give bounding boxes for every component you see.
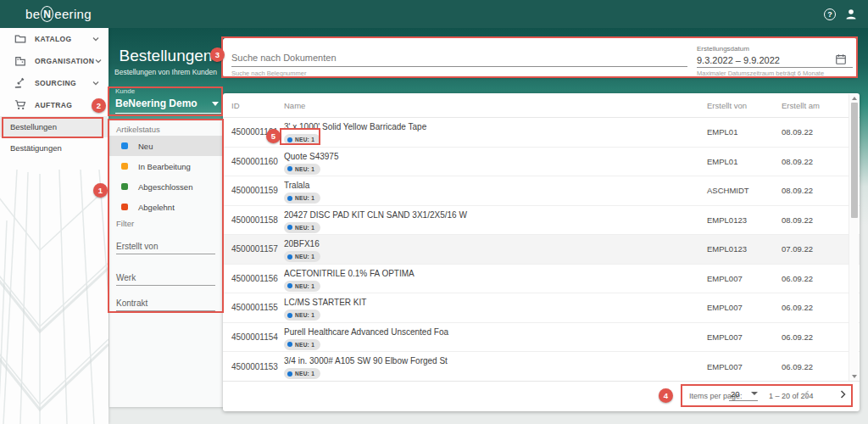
neu-dot-icon [287,371,292,377]
sidebar-item-organisation[interactable]: ORGANISATION [0,50,108,72]
page-subtitle: Bestellungen von Ihrem Kunden [108,68,223,76]
order-name: ACETONITRILE 0.1% FA OPTIMA [284,269,415,278]
page-header: Bestellungen Bestellungen von Ihrem Kund… [108,28,223,76]
gavel-icon [14,77,26,89]
customer-value: BeNeering Demo [115,98,198,109]
neu-dot-icon [287,225,292,230]
col-name: Name [284,101,707,110]
order-name: 20BFX16 [284,239,320,248]
page-title: Bestellungen [108,47,223,65]
search-card: Suche nach Dokumenten Suche nach Belegnu… [223,38,857,77]
date-range-hint: Maximaler Datumszeitraum beträgt 6 Monat… [697,70,824,77]
status-badge: NEU: 1 [284,339,320,350]
neu-dot-icon [287,196,292,201]
logo-text-pre: be [25,7,40,21]
status-badge: NEU: 1 [284,368,320,379]
filter-input-erstellt-von[interactable]: Erstellt von [116,242,215,254]
status-badge: NEU: 1 [284,310,320,321]
order-name: Purell Healthcare Advanced Unscented Foa [284,327,448,337]
status-item-abgelehnt[interactable]: Abgelehnt [109,197,223,217]
neu-dot-icon [287,342,292,347]
scroll-down-icon[interactable] [849,372,860,381]
status-badge: NEU: 1 [284,164,320,175]
chevron-up-icon [92,101,100,109]
status-item-abgeschlossen[interactable]: Abgeschlossen [109,176,223,197]
search-input[interactable]: Suche nach Dokumenten [231,53,337,63]
status-dot-green [121,183,128,190]
chevron-down-icon [92,79,100,87]
beneering-logo: be N eering [25,0,92,28]
sidebar: KATALOG ORGANISATION SOURCING [0,28,108,424]
table-row[interactable]: 4500001153 3/4 in. 3000# A105 SW 90 Elbo… [223,352,860,382]
status-panel-title: Artikelstatus [116,125,160,134]
status-badge: NEU: 1 [284,281,320,292]
filter-input-werk[interactable]: Werk [116,273,215,286]
status-dot-blue [121,142,128,149]
search-hint: Suche nach Belegnummer [231,70,306,77]
select-caret-icon [751,392,758,395]
neu-dot-icon [287,283,292,288]
previous-page-icon[interactable] [799,387,815,402]
scroll-up-icon[interactable] [849,94,860,103]
order-name: 20427 DISC PAD KIT CLN SAND 3X1/2X5/16 W [284,210,467,220]
user-account-icon[interactable] [844,8,858,21]
building-icon [14,55,26,67]
table-scrollbar[interactable] [849,94,859,381]
calendar-icon[interactable] [835,53,847,65]
sidebar-item-katalog[interactable]: KATALOG [0,28,108,50]
table-row[interactable]: 4500001154 Purell Healthcare Advanced Un… [223,323,860,353]
order-name: 3' x 1000' Solid Yellow Barricade Tape [284,122,426,131]
order-name: LC/MS STARTER KIT [284,298,366,307]
status-item-in-bearbeitung[interactable]: In Bearbeitung [109,156,223,176]
status-badge: NEU: 1 [284,222,320,233]
filter-input-kontrakt[interactable]: Kontrakt [116,298,215,311]
pagination-bar: Items per page: 20 1 – 20 of 204 [223,381,860,410]
sidebar-item-bestaetigungen[interactable]: Bestätigungen [0,137,108,159]
next-page-icon[interactable] [835,387,850,402]
status-badge: NEU: 1 [284,192,320,204]
neu-dot-icon [287,137,292,142]
table-row[interactable]: 4500001158 20427 DISC PAD KIT CLN SAND 3… [223,206,860,236]
main-content: Bestellungen Bestellungen von Ihrem Kund… [108,28,868,424]
customer-label: Kunde [115,87,222,95]
order-name: Tralala [284,181,309,190]
date-range-label: Erstellungsdatum [697,45,749,53]
logo-n-emblem: N [41,6,53,22]
status-dot-orange [121,163,128,170]
order-name: Quote S43975 [284,152,339,161]
orders-table: ID Name Erstellt von Erstellt am 4500001… [223,93,860,411]
cart-icon [14,99,26,111]
article-status-panel: Artikelstatus Neu In Bearbeitung Abgesch… [109,120,223,407]
customer-underline [115,113,222,114]
sidebar-item-auftrag[interactable]: AUFTRAG [0,94,108,116]
sidebar-item-bestellungen[interactable]: Bestellungen [0,116,108,137]
table-row[interactable]: 4500001161 3' x 1000' Solid Yellow Barri… [223,118,860,148]
table-row[interactable]: 4500001156 ACETONITRILE 0.1% FA OPTIMA N… [223,265,860,294]
help-icon[interactable]: ? [824,8,836,20]
neu-dot-icon [287,166,292,171]
sidebar-item-sourcing[interactable]: SOURCING [0,72,108,94]
table-row[interactable]: 4500001157 20BFX16 NEU: 1 EMPL0123 07.09… [223,235,860,265]
customer-select[interactable]: Kunde BeNeering Demo [115,87,222,114]
col-created-by: Erstellt von [707,101,782,110]
building-photo-decoration [0,170,108,424]
table-row[interactable]: 4500001160 Quote S43975 NEU: 1 EMPL01 08… [223,148,860,177]
date-range-value[interactable]: 9.3.2022 – 9.9.2022 [697,55,780,65]
table-row[interactable]: 4500001155 LC/MS STARTER KIT NEU: 1 EMPL… [223,293,860,323]
table-row[interactable]: 4500001159 Tralala NEU: 1 ASCHMIDT 08.09… [223,176,860,206]
filter-section-title: Filter [116,219,134,228]
col-created-at: Erstellt am [782,101,848,110]
chevron-down-icon [94,57,103,65]
chevron-down-icon [92,35,100,43]
status-item-neu[interactable]: Neu [109,136,223,156]
date-underline [697,67,853,68]
table-header: ID Name Erstellt von Erstellt am [223,93,860,118]
scrollbar-thumb[interactable] [851,103,858,218]
status-dot-red [121,204,128,210]
neu-dot-icon [287,313,292,318]
top-bar: be N eering ? [0,0,868,28]
status-badge: NEU: 1 [284,251,320,262]
folder-icon [14,33,26,45]
page-size-select[interactable]: 20 [729,387,758,401]
order-name: 3/4 in. 3000# A105 SW 90 Elbow Forged St [284,356,448,365]
